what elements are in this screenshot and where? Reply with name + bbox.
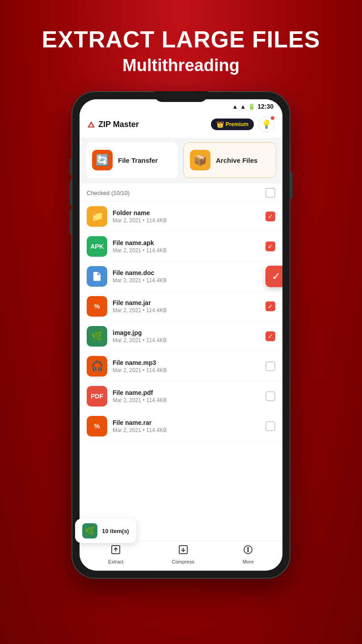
rar-info: File name.rar Mar 2, 2021 • 114.4KB bbox=[113, 419, 265, 433]
jar-checkbox[interactable]: ✓ bbox=[265, 301, 275, 311]
svg-rect-0 bbox=[95, 277, 99, 278]
file-list-area: Checked (10/10) 📁 Folder name Mar 2, 202… bbox=[80, 183, 282, 540]
apk-meta: Mar 2, 2021 • 114.4KB bbox=[113, 247, 265, 254]
app-name-label: ZIP Master bbox=[98, 120, 139, 129]
apk-name: File name.apk bbox=[113, 239, 265, 246]
rar-meta: Mar 2, 2021 • 114.4KB bbox=[113, 427, 265, 433]
file-item-folder[interactable]: 📁 Folder name Mar 2, 2021 • 114.4KB ✓ bbox=[80, 202, 282, 232]
battery-icon: 🔋 bbox=[248, 103, 255, 110]
archive-files-label: Archive Files bbox=[216, 157, 257, 164]
svg-point-6 bbox=[248, 549, 248, 550]
pdf-info: File name.pdf Mar 2, 2021 • 114.4KB bbox=[113, 389, 265, 403]
svg-point-5 bbox=[248, 547, 248, 548]
apk-icon: APK bbox=[87, 236, 107, 257]
jar-info: File name.jar Mar 2, 2021 • 114.4KB bbox=[113, 299, 265, 314]
file-item-mp3[interactable]: 🎧 File name.mp3 Mar 2, 2021 • 114.4KB bbox=[80, 352, 282, 381]
file-transfer-icon: 🔄 bbox=[96, 154, 109, 166]
jpg-meta: Mar 2, 2021 • 114.4KB bbox=[113, 337, 265, 343]
svg-rect-1 bbox=[95, 278, 98, 279]
phone-notch bbox=[154, 91, 208, 102]
extract-icon bbox=[110, 544, 121, 558]
mp3-info: File name.mp3 Mar 2, 2021 • 114.4KB bbox=[113, 359, 265, 373]
wifi-icon: ▲ bbox=[232, 103, 238, 110]
rar-icon: % bbox=[87, 416, 107, 436]
action-row: 🔄 File Transfer 📦 Archive Files bbox=[80, 138, 282, 183]
file-transfer-card[interactable]: 🔄 File Transfer bbox=[86, 142, 178, 178]
archive-files-icon-wrap: 📦 bbox=[190, 150, 210, 170]
jpg-checkbox[interactable]: ✓ bbox=[265, 331, 275, 341]
jpg-icon: 🌿 bbox=[87, 326, 107, 347]
folder-info: Folder name Mar 2, 2021 • 114.4KB bbox=[113, 209, 265, 224]
more-button[interactable]: More bbox=[243, 544, 254, 564]
file-item-doc[interactable]: File name.doc Mar 2, 2021 • 114.4KB ✓ ✓ bbox=[80, 262, 282, 292]
phone-screen: ▲ ▲ 🔋 12:30 ZIP Master 👑 Premium 💡 bbox=[80, 99, 282, 571]
signal-icon: ▲ bbox=[240, 103, 246, 110]
doc-info: File name.doc Mar 2, 2021 • 114.4KB bbox=[113, 269, 265, 284]
jar-icon: % bbox=[87, 296, 107, 317]
extract-button[interactable]: Extract bbox=[108, 544, 123, 564]
folder-name: Folder name bbox=[113, 209, 265, 216]
file-item-apk[interactable]: APK File name.apk Mar 2, 2021 • 114.4KB … bbox=[80, 232, 282, 262]
bulb-button[interactable]: 💡 bbox=[258, 116, 274, 132]
phone-shell: ▲ ▲ 🔋 12:30 ZIP Master 👑 Premium 💡 bbox=[72, 91, 290, 579]
notification-dot bbox=[271, 116, 274, 120]
doc-meta: Mar 2, 2021 • 114.4KB bbox=[113, 277, 265, 284]
rar-checkbox[interactable] bbox=[265, 421, 275, 431]
jpg-info: image.jpg Mar 2, 2021 • 114.4KB bbox=[113, 329, 265, 343]
select-all-checkbox[interactable] bbox=[265, 188, 275, 198]
toast-count-label: 10 item(s) bbox=[102, 528, 129, 534]
folder-checkbox[interactable]: ✓ bbox=[265, 212, 275, 221]
compress-icon bbox=[178, 544, 189, 558]
apk-info: File name.apk Mar 2, 2021 • 114.4KB bbox=[113, 239, 265, 254]
mp3-name: File name.mp3 bbox=[113, 359, 265, 366]
file-transfer-icon-wrap: 🔄 bbox=[92, 150, 113, 170]
more-label: More bbox=[243, 559, 254, 564]
svg-point-7 bbox=[248, 551, 248, 552]
checked-header: Checked (10/10) bbox=[80, 183, 282, 202]
toast-avatar: 🌿 bbox=[82, 523, 97, 538]
pdf-meta: Mar 2, 2021 • 114.4KB bbox=[113, 397, 265, 403]
archive-files-icon: 📦 bbox=[194, 154, 207, 166]
pdf-name: File name.pdf bbox=[113, 389, 265, 396]
folder-icon: 📁 bbox=[87, 206, 107, 227]
file-item-jar[interactable]: % File name.jar Mar 2, 2021 • 114.4KB ✓ bbox=[80, 292, 282, 322]
archive-files-card[interactable]: 📦 Archive Files bbox=[183, 142, 276, 178]
file-item-pdf[interactable]: PDF File name.pdf Mar 2, 2021 • 114.4KB bbox=[80, 381, 282, 411]
bulb-icon: 💡 bbox=[261, 119, 271, 129]
file-transfer-label: File Transfer bbox=[118, 157, 158, 164]
folder-meta: Mar 2, 2021 • 114.4KB bbox=[113, 217, 265, 224]
jpg-name: image.jpg bbox=[113, 329, 265, 336]
premium-label: Premium bbox=[226, 121, 248, 127]
jar-meta: Mar 2, 2021 • 114.4KB bbox=[113, 307, 265, 314]
premium-badge[interactable]: 👑 Premium bbox=[211, 119, 254, 130]
app-header: ZIP Master 👑 Premium 💡 bbox=[80, 112, 282, 138]
selection-toast: 🌿 10 item(s) bbox=[75, 519, 136, 543]
compress-label: Compress bbox=[172, 559, 194, 564]
doc-name: File name.doc bbox=[113, 269, 265, 276]
file-item-rar[interactable]: % File name.rar Mar 2, 2021 • 114.4KB bbox=[80, 411, 282, 441]
mp3-meta: Mar 2, 2021 • 114.4KB bbox=[113, 367, 265, 373]
crown-icon: 👑 bbox=[216, 121, 224, 128]
header-right: 👑 Premium 💡 bbox=[211, 116, 274, 132]
pdf-checkbox[interactable] bbox=[265, 391, 275, 401]
checked-status-label: Checked (10/10) bbox=[87, 190, 130, 196]
file-item-jpg[interactable]: 🌿 image.jpg Mar 2, 2021 • 114.4KB ✓ bbox=[80, 322, 282, 352]
pdf-icon: PDF bbox=[87, 386, 107, 407]
compress-button[interactable]: Compress bbox=[172, 544, 194, 564]
mp3-checkbox[interactable] bbox=[265, 361, 275, 371]
status-time: 12:30 bbox=[257, 103, 274, 110]
more-icon bbox=[243, 544, 253, 558]
extract-label: Extract bbox=[108, 559, 123, 564]
doc-icon bbox=[87, 266, 107, 287]
apk-checkbox[interactable]: ✓ bbox=[265, 242, 275, 251]
floating-checkbox[interactable]: ✓ bbox=[265, 266, 282, 287]
app-logo: ZIP Master bbox=[88, 120, 139, 129]
logo-icon bbox=[88, 121, 95, 127]
jar-name: File name.jar bbox=[113, 299, 265, 306]
phone-side-left2 bbox=[69, 181, 72, 205]
mp3-icon: 🎧 bbox=[87, 356, 107, 377]
hero-title: EXTRACT LARGE FILES bbox=[42, 27, 320, 52]
status-icons: ▲ ▲ 🔋 12:30 bbox=[232, 103, 274, 110]
phone-side-left1 bbox=[69, 158, 72, 174]
rar-name: File name.rar bbox=[113, 419, 265, 426]
